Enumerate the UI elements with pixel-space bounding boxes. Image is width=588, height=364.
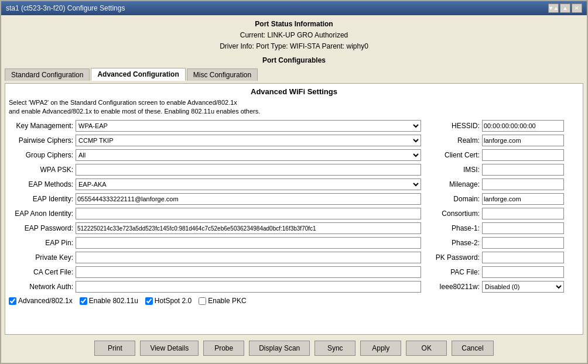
- wpa-psk-label: WPA PSK:: [9, 166, 73, 174]
- eap-pin-input[interactable]: [76, 237, 421, 249]
- pac-file-label: PAC File:: [427, 268, 480, 276]
- hessid-row: HESSID:: [427, 119, 579, 132]
- left-column: Key Management: WPA-EAP WPA-PSK NONE Pai…: [9, 119, 421, 293]
- port-status-section: Port Status Information Current: LINK-UP…: [5, 19, 583, 53]
- wpa-psk-input[interactable]: [76, 164, 421, 176]
- tab-standard[interactable]: Standard Configuration: [5, 68, 90, 81]
- maximize-button[interactable]: ▲: [560, 4, 570, 13]
- enable-802-11u-checkbox[interactable]: [80, 297, 87, 305]
- hotspot-2-checkbox[interactable]: [145, 297, 153, 305]
- client-cert-row: Client Cert:: [427, 149, 579, 162]
- phase2-input[interactable]: [482, 237, 564, 249]
- consortium-label: Consortium:: [427, 210, 480, 218]
- close-button[interactable]: ✕: [572, 4, 582, 13]
- eap-anon-identity-row: EAP Anon Identity:: [9, 207, 421, 220]
- minimize-button[interactable]: ▼▲: [548, 4, 559, 13]
- domain-label: Domain:: [427, 195, 480, 203]
- ieee80211w-label: Ieee80211w:: [427, 283, 480, 291]
- realm-input[interactable]: [482, 135, 564, 146]
- port-status-driver: Driver Info: Port Type: WIFI-STA Parent:…: [5, 41, 583, 52]
- eap-identity-input[interactable]: [76, 193, 421, 205]
- consortium-input[interactable]: [482, 208, 564, 219]
- client-cert-input[interactable]: [482, 149, 564, 161]
- hessid-label: HESSID:: [427, 122, 480, 130]
- cancel-button[interactable]: Cancel: [452, 341, 493, 356]
- window-controls: ▼▲ ▲ ✕: [548, 4, 582, 13]
- hessid-input[interactable]: [482, 120, 564, 132]
- realm-row: Realm:: [427, 134, 579, 147]
- ok-button[interactable]: OK: [406, 341, 447, 356]
- key-management-row: Key Management: WPA-EAP WPA-PSK NONE: [9, 119, 421, 132]
- tab-misc[interactable]: Misc Configuration: [187, 68, 258, 81]
- tab-bar: Standard Configuration Advanced Configur…: [5, 68, 583, 81]
- wpa-psk-row: WPA PSK:: [9, 163, 421, 176]
- display-scan-button[interactable]: Display Scan: [249, 341, 310, 356]
- milenage-row: Milenage:: [427, 178, 579, 191]
- enable-802-11u-label: Enable 802.11u: [89, 297, 138, 305]
- advanced-description: Select 'WPA2' on the Standard Configurat…: [9, 98, 579, 116]
- content-area: Port Status Information Current: LINK-UP…: [1, 15, 587, 363]
- imsi-label: IMSI:: [427, 166, 480, 174]
- eap-password-input[interactable]: [76, 222, 421, 234]
- phase1-input[interactable]: [482, 222, 564, 234]
- phase1-label: Phase-1:: [427, 224, 480, 232]
- advanced-tab-content: Advanced WiFi Settings Select 'WPA2' on …: [5, 83, 583, 335]
- enable-pkc-label: Enable PKC: [208, 297, 246, 305]
- enable-pkc-checkbox[interactable]: [199, 297, 206, 305]
- pairwise-ciphers-select[interactable]: CCMP TKIP CCMP TKIP: [76, 135, 421, 146]
- title-bar: sta1 (ct523-3n-f20) Configure Settings ▼…: [1, 1, 587, 15]
- enable-802-11u-checkbox-item: Enable 802.11u: [80, 297, 138, 305]
- imsi-input[interactable]: [482, 164, 564, 176]
- eap-anon-identity-input[interactable]: [76, 208, 421, 219]
- advanced-section-title: Advanced WiFi Settings: [9, 87, 579, 96]
- key-management-label: Key Management:: [9, 122, 73, 130]
- view-details-button[interactable]: View Details: [140, 341, 199, 356]
- key-management-select[interactable]: WPA-EAP WPA-PSK NONE: [76, 120, 421, 132]
- phase1-row: Phase-1:: [427, 222, 579, 235]
- ca-cert-file-input[interactable]: [76, 266, 421, 278]
- network-auth-input[interactable]: [76, 281, 421, 293]
- eap-anon-identity-label: EAP Anon Identity:: [9, 210, 73, 218]
- eap-methods-label: EAP Methods:: [9, 180, 73, 188]
- eap-methods-select[interactable]: EAP-AKA EAP-TLS EAP-TTLS: [76, 178, 421, 190]
- ieee80211w-row: Ieee80211w: Disabled (0) Optional (1) Re…: [427, 280, 579, 293]
- form-columns: Key Management: WPA-EAP WPA-PSK NONE Pai…: [9, 119, 579, 293]
- port-status-title: Port Status Information: [5, 19, 583, 30]
- adv-802-1x-checkbox[interactable]: [9, 297, 16, 305]
- port-configurables-label: Port Configurables: [5, 56, 583, 64]
- probe-button[interactable]: Probe: [203, 341, 244, 356]
- enable-pkc-checkbox-item: Enable PKC: [199, 297, 246, 305]
- eap-pin-row: EAP Pin:: [9, 236, 421, 249]
- print-button[interactable]: Print: [94, 341, 135, 356]
- window-title: sta1 (ct523-3n-f20) Configure Settings: [6, 4, 125, 12]
- current-label: Current:: [240, 31, 265, 39]
- network-auth-label: Network Auth:: [9, 283, 73, 291]
- network-auth-row: Network Auth:: [9, 280, 421, 293]
- eap-password-row: EAP Password:: [9, 222, 421, 235]
- apply-button[interactable]: Apply: [360, 341, 401, 356]
- private-key-input[interactable]: [76, 252, 421, 263]
- group-ciphers-select[interactable]: All CCMP TKIP: [76, 149, 421, 161]
- eap-identity-row: EAP Identity:: [9, 193, 421, 205]
- realm-label: Realm:: [427, 136, 480, 145]
- driver-label: Driver Info:: [220, 42, 254, 50]
- milenage-label: Milenage:: [427, 180, 480, 188]
- domain-input[interactable]: [482, 193, 564, 205]
- hotspot-2-checkbox-item: HotSpot 2.0: [145, 297, 192, 305]
- eap-methods-row: EAP Methods: EAP-AKA EAP-TLS EAP-TTLS: [9, 178, 421, 191]
- group-ciphers-label: Group Ciphers:: [9, 151, 73, 159]
- domain-row: Domain:: [427, 193, 579, 205]
- pac-file-row: PAC File:: [427, 266, 579, 279]
- tab-advanced[interactable]: Advanced Configuration: [91, 68, 185, 81]
- ieee80211w-select[interactable]: Disabled (0) Optional (1) Required (2): [482, 281, 564, 293]
- group-ciphers-row: Group Ciphers: All CCMP TKIP: [9, 149, 421, 162]
- pk-password-input[interactable]: [482, 252, 564, 263]
- eap-password-label: EAP Password:: [9, 224, 73, 232]
- milenage-input[interactable]: [482, 178, 564, 190]
- sync-button[interactable]: Sync: [314, 341, 355, 356]
- right-column: HESSID: Realm: Client Cert:: [427, 119, 579, 293]
- adv-802-1x-label: Advanced/802.1x: [18, 297, 73, 305]
- pk-password-label: PK Password:: [427, 253, 480, 262]
- pac-file-input[interactable]: [482, 266, 564, 278]
- private-key-label: Private Key:: [9, 253, 73, 262]
